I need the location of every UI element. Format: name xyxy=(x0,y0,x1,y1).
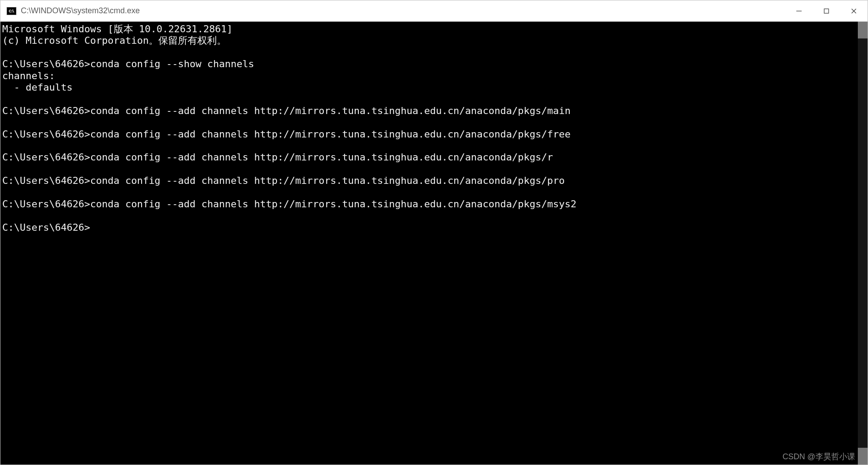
maximize-icon xyxy=(823,8,830,14)
terminal-blank xyxy=(2,117,858,128)
minimize-icon xyxy=(796,8,802,14)
scrollbar-thumb[interactable] xyxy=(858,448,868,465)
window-title: C:\WINDOWS\system32\cmd.exe xyxy=(21,6,785,15)
minimize-button[interactable] xyxy=(785,0,813,21)
cmd-icon: C:\. xyxy=(7,7,16,15)
terminal-line: Microsoft Windows [版本 10.0.22631.2861] xyxy=(2,23,858,35)
terminal-line: C:\Users\64626>conda config --add channe… xyxy=(2,175,858,187)
maximize-button[interactable] xyxy=(813,0,840,21)
terminal-blank xyxy=(2,187,858,198)
terminal-line: C:\Users\64626>conda config --add channe… xyxy=(2,105,858,117)
terminal-line: C:\Users\64626>conda config --show chann… xyxy=(2,58,858,70)
terminal-line: channels: xyxy=(2,70,858,82)
terminal-line: C:\Users\64626>conda config --add channe… xyxy=(2,198,858,210)
terminal-blank xyxy=(2,47,858,58)
terminal-line: - defaults xyxy=(2,82,858,93)
terminal-prompt: C:\Users\64626> xyxy=(2,222,858,233)
watermark-text: CSDN @李昊哲小课 xyxy=(783,451,855,462)
terminal-blank xyxy=(2,140,858,152)
terminal-blank xyxy=(2,210,858,221)
svg-rect-1 xyxy=(824,9,829,13)
terminal-line: (c) Microsoft Corporation。保留所有权利。 xyxy=(2,35,858,46)
title-bar[interactable]: C:\. C:\WINDOWS\system32\cmd.exe xyxy=(0,0,868,22)
terminal-blank xyxy=(2,164,858,175)
close-icon xyxy=(851,8,857,14)
close-button[interactable] xyxy=(840,0,868,21)
terminal-area: Microsoft Windows [版本 10.0.22631.2861](c… xyxy=(0,22,868,465)
terminal-blank xyxy=(2,93,858,105)
terminal-output[interactable]: Microsoft Windows [版本 10.0.22631.2861](c… xyxy=(0,22,858,465)
scrollbar-thumb[interactable] xyxy=(858,22,868,38)
terminal-line: C:\Users\64626>conda config --add channe… xyxy=(2,129,858,140)
terminal-line: C:\Users\64626>conda config --add channe… xyxy=(2,152,858,163)
vertical-scrollbar[interactable] xyxy=(858,22,868,465)
cmd-window: C:\. C:\WINDOWS\system32\cmd.exe Microso… xyxy=(0,0,868,465)
window-controls xyxy=(785,0,868,21)
